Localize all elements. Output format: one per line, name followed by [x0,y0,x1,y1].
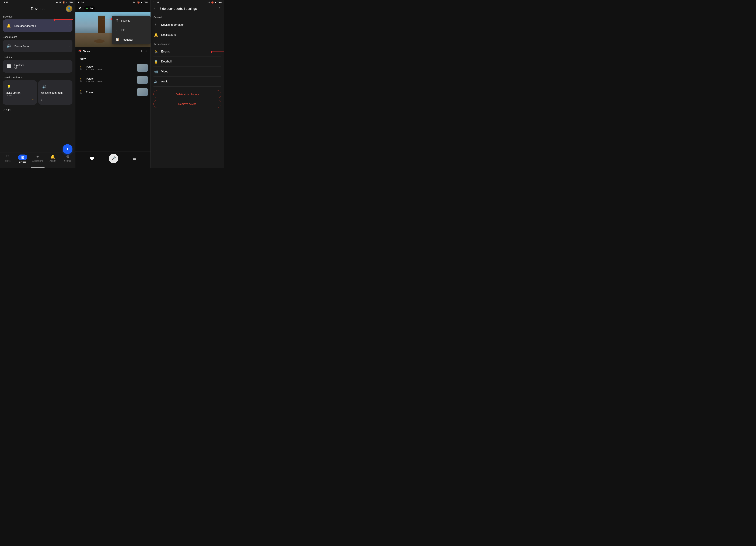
person-icon-2: 🚶 [78,78,84,82]
event-info-2: Person 9:28 AM · 19 sec [86,77,135,83]
wifi-icon3: ▲ [215,1,217,4]
audio-icon: 🔈 [153,79,158,84]
live-badge: Live [84,6,95,11]
close-events-icon[interactable]: ✕ [145,49,148,53]
feedback-icon: 📋 [115,38,119,41]
settings-body: General ℹ Device information 🔔 Notificat… [151,13,224,165]
settings-events[interactable]: 🏃 Events [153,47,221,57]
device-sonos-roam[interactable]: 🔊 Sonos Roam › [3,40,72,52]
device-info-upstairs: Upstairs Off [14,64,70,69]
event-time-1: 9:50 AM · 15 sec [86,68,135,71]
settings-label-audio: Audio [161,80,221,83]
dropdown-settings[interactable]: ⚙ Settings [112,16,151,25]
device-name-light: Make up light [6,91,21,94]
section-groups: Groups [3,108,11,111]
wifi-icon: ▲ [66,1,68,4]
doorbell-icon: 🔔 [6,23,12,29]
settings-video[interactable]: 📹 Video [153,67,221,77]
info-icon: ℹ [153,23,158,27]
settings-section-general: General [153,13,221,20]
event-thumb-2 [137,76,148,84]
add-group-fab[interactable]: + [63,144,72,154]
bathroom-icon: 🔊 [41,83,47,90]
battery-panel1: 77% [69,1,73,4]
events-icons: ⫿ ✕ [141,49,148,53]
grid-icon: ⊞ [18,155,27,160]
status-bar-panel1: 11:37 ✣ 24° 🔕 ▲ 77% [0,0,75,5]
event-item-3[interactable]: 🚶 Person [78,86,148,98]
device-makeup-light[interactable]: 💡 Make up light Offline ⚠ [3,80,37,105]
event-name-3: Person [86,91,135,94]
device-upstairs[interactable]: ⬜ Upstairs Off [3,60,72,73]
nav-automations[interactable]: ✦ Automations [30,154,45,164]
status-icons-panel3: 24° 🔕 ▲ 76% [207,1,222,4]
live-dot [86,8,88,9]
remove-device-button[interactable]: Remove device [153,100,221,108]
settings-label-notifications: Notifications [161,33,221,36]
panel-settings: 11:38 24° 🔕 ▲ 76% ← Side door doorbell s… [151,0,224,168]
device-info-bathroom: Upstairs bathroom [41,91,63,97]
settings-doorbell[interactable]: 🔒 Doorbell [153,57,221,67]
back-button[interactable]: ← [153,6,157,11]
temp-panel1: 24° [59,1,62,4]
nav-favorites[interactable]: ♡ Favorites [0,154,15,164]
menu-button[interactable]: ☰ [133,156,136,161]
device-name-bathroom: Upstairs bathroom [41,91,63,94]
dropdown-menu: ⚙ Settings ? Help 📋 Feedback [112,16,151,44]
battery-panel2: 77% [143,1,148,4]
device-info-doorbell: Side door doorbell [14,24,66,27]
time-panel3: 11:38 [153,1,159,4]
section-bathroom: Upstairs Bathroom [3,74,72,80]
event-item-2[interactable]: 🚶 Person 9:28 AM · 19 sec [78,74,148,86]
nav-label-activity: Activity [50,160,56,162]
dropdown-help[interactable]: ? Help [112,25,151,35]
nav-settings[interactable]: ⚙ Settings [60,154,75,164]
today-label: Today [83,50,90,53]
avatar[interactable]: 👤 [66,5,72,12]
bell-nav-icon: 🔔 [50,155,55,159]
close-button[interactable]: ✕ [78,6,81,11]
mute-icon2: 🔕 [137,1,140,4]
filter-icon[interactable]: ⫿ [141,49,142,53]
chevron-icon-sonos: › [69,44,70,48]
more-options-button[interactable]: ⋮ [217,6,221,11]
cam-debris [94,39,105,43]
section-side-door: Side door [3,13,72,19]
settings-audio[interactable]: 🔈 Audio [153,77,221,87]
cam-bottom-controls: 💬 🎤 ☰ [75,152,151,167]
event-name-2: Person [86,77,135,80]
scroll-area-devices: Side door 🔔 Side door doorbell › Sonos R… [0,13,75,152]
today-button[interactable]: 📅 Today [78,50,90,53]
dropdown-feedback[interactable]: 📋 Feedback [112,35,151,44]
settings-label-events: Events [161,50,221,53]
settings-device-information[interactable]: ℹ Device information [153,20,221,30]
event-time-2: 9:28 AM · 19 sec [86,80,135,83]
panel-camera: 11:38 24° 🔕 ▲ 77% ✕ Live ⚙ Settings ? He… [75,0,151,168]
settings-section-features: Device features [153,40,221,47]
delete-video-history-button[interactable]: Delete video history [153,90,221,98]
person-icon-3: 🚶 [78,90,84,94]
device-side-door-doorbell[interactable]: 🔔 Side door doorbell › [3,19,72,32]
nav-label-favorites: Favorites [3,160,11,162]
device-status-light: Offline [6,94,21,97]
network-icon: ✣ [56,1,58,4]
mute-button[interactable]: 🎤 [109,154,118,163]
help-icon: ? [115,28,117,32]
event-thumb-1 [137,64,148,72]
bottom-nav: ♡ Favorites ⊞ Devices ✦ Automations 🔔 Ac… [0,152,75,166]
settings-label-video: Video [161,70,221,73]
upstairs-icon: ⬜ [6,63,12,69]
settings-page-title: Side door doorbell settings [159,7,215,11]
settings-notifications[interactable]: 🔔 Notifications [153,30,221,40]
nav-devices[interactable]: ⊞ Devices [15,154,30,164]
device-info-sonos: Sonos Roam [14,45,66,48]
nav-activity[interactable]: 🔔 Activity [45,154,60,164]
events-today-label: Today [78,55,148,62]
events-bar: 📅 Today ⫿ ✕ [75,47,151,55]
device-upstairs-bathroom[interactable]: 🔊 Upstairs bathroom › [38,80,72,105]
extra-panel2: 24° [133,1,136,4]
status-icons-panel1: ✣ 24° 🔕 ▲ 77% [56,1,73,4]
event-item-1[interactable]: 🚶 Person 9:50 AM · 15 sec [78,62,148,74]
comment-button[interactable]: 💬 [90,156,94,161]
settings-events-container: 🏃 Events [153,47,221,57]
